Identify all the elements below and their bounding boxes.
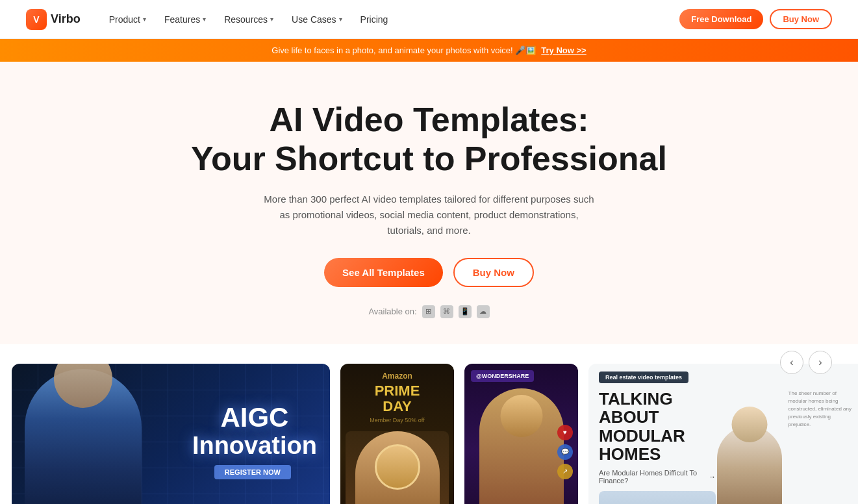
nav-links: Product ▾ Features ▾ Resources ▾ Use Cas… [101, 9, 680, 30]
wonder-comment-icon: 💬 [557, 444, 573, 460]
primeday-title-line2: DAY [346, 399, 449, 414]
carousel-track: AIGC Innovation REGISTER NOW Be part of … [0, 364, 858, 504]
realestate-main: TALKING ABOUT MODULAR HOMES Are Modular … [599, 390, 857, 504]
video-card-realestate[interactable]: Real estate video templates TALKING ABOU… [588, 364, 858, 504]
cloud-icon: ☁ [477, 305, 490, 318]
carousel-prev-button[interactable]: ‹ [780, 351, 803, 374]
wonder-heart-icon: ♥ [557, 425, 573, 440]
buy-now-hero-button[interactable]: Buy Now [453, 258, 534, 287]
realestate-content: Real estate video templates TALKING ABOU… [588, 364, 858, 504]
available-on: Available on: ⊞ ⌘ 📱 ☁ [13, 305, 845, 318]
person-area [12, 364, 168, 504]
wonder-share-icon: ↗ [557, 464, 573, 479]
chevron-down-icon: ▾ [143, 16, 146, 23]
primeday-sub: Member Day 50% off [346, 417, 449, 423]
virbo-logo-icon: V [26, 9, 47, 30]
primeday-head [375, 444, 420, 490]
chevron-down-icon: ▾ [203, 16, 206, 23]
carousel-section: ‹ › AIGC Innovation REGISTER NOW Be part… [0, 344, 858, 504]
primeday-brand: Amazon [346, 372, 449, 381]
hero-buttons: See All Templates Buy Now [13, 258, 845, 287]
realestate-head [731, 407, 767, 442]
nav-logo-text: Virbo [51, 12, 81, 26]
realestate-left: TALKING ABOUT MODULAR HOMES Are Modular … [599, 390, 716, 504]
nav-item-use-cases[interactable]: Use Cases ▾ [284, 9, 349, 30]
video-card-primeday[interactable]: Amazon PRIME DAY Member Day 50% off Prim… [340, 364, 454, 504]
top-banner: Give life to faces in a photo, and anima… [0, 39, 858, 62]
hero-title-line2: Your Shortcut to Professional [13, 140, 845, 179]
chevron-down-icon: ▾ [270, 16, 273, 23]
aigc-card-title: AIGC Innovation [192, 403, 317, 460]
realestate-title: TALKING ABOUT MODULAR HOMES [599, 390, 716, 464]
hero-section: AI Video Templates: Your Shortcut to Pro… [0, 62, 858, 344]
mac-icon: ⌘ [440, 305, 453, 318]
realestate-person-silhouette [717, 426, 782, 504]
wonder-handle: @WONDERSHARE [471, 370, 534, 382]
video-card-aigc[interactable]: AIGC Innovation REGISTER NOW Be part of … [12, 364, 330, 504]
nav-item-resources[interactable]: Resources ▾ [216, 9, 281, 30]
nav-logo[interactable]: V Virbo [26, 9, 81, 30]
nav-actions: Free Download Buy Now [679, 9, 832, 29]
carousel-nav: ‹ › [780, 351, 832, 374]
ios-icon: 📱 [459, 305, 472, 318]
aigc-register-label: REGISTER NOW [214, 465, 291, 479]
primeday-header-area: Amazon PRIME DAY Member Day 50% off [340, 364, 454, 431]
realestate-text-right: The sheer number of modular homes being … [783, 390, 857, 504]
nav-item-product[interactable]: Product ▾ [101, 9, 154, 30]
realestate-person-area [716, 390, 783, 504]
realestate-question: Are Modular Homes Difficult To Finance? … [599, 469, 716, 485]
navbar: V Virbo Product ▾ Features ▾ Resources ▾… [0, 0, 858, 39]
chevron-down-icon: ▾ [339, 16, 342, 23]
primeday-image-area [346, 431, 449, 504]
video-card-wondershare[interactable]: @WONDERSHARE ♥ 💬 ↗ Remember to follow me… [464, 364, 578, 504]
windows-icon: ⊞ [422, 305, 435, 318]
nav-item-features[interactable]: Features ▾ [157, 9, 214, 30]
primeday-title-line1: PRIME [346, 383, 449, 399]
banner-text: Give life to faces in a photo, and anima… [271, 45, 536, 55]
realestate-building-image [599, 491, 716, 504]
realestate-tag: Real estate video templates [599, 372, 688, 383]
banner-link[interactable]: Try Now >> [541, 45, 586, 55]
wonder-person-area: ♥ 💬 ↗ [464, 388, 578, 504]
wonder-icons: ♥ 💬 ↗ [557, 425, 573, 479]
available-on-label: Available on: [368, 307, 416, 316]
see-all-templates-button[interactable]: See All Templates [324, 258, 443, 287]
hero-subtitle: More than 300 perfect AI video templates… [260, 192, 598, 238]
wonder-head [500, 395, 542, 437]
hero-title-line1: AI Video Templates: [13, 101, 845, 140]
free-download-button[interactable]: Free Download [679, 9, 763, 29]
nav-item-pricing[interactable]: Pricing [353, 9, 396, 30]
buy-now-nav-button[interactable]: Buy Now [770, 9, 832, 29]
carousel-next-button[interactable]: › [809, 351, 832, 374]
